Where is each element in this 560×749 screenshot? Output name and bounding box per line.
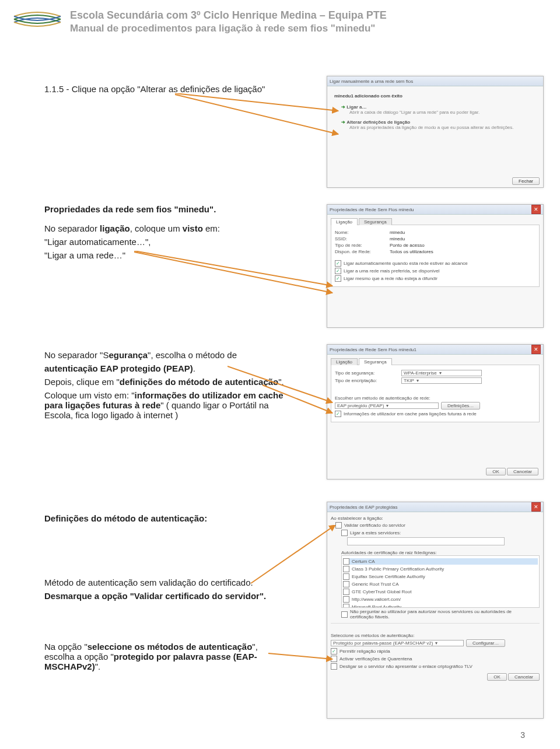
option-alterar-definicoes[interactable]: Alterar definições de ligação (346, 120, 410, 125)
section-1: 1.1.5 - Clique na opção "Alterar as defi… (44, 84, 289, 97)
ca-checkbox[interactable] (343, 604, 349, 608)
txt: , coloque um (130, 223, 183, 233)
ca-item: GTE CyberTrust Global Root (352, 589, 411, 594)
screenshot-props-ligacao: Propriedades de Rede Sem Fios minedu ✕ L… (327, 204, 544, 328)
checkbox-tlv[interactable] (331, 663, 337, 670)
ca-checkbox[interactable] (343, 573, 349, 580)
auth-method-defs-title: Definições do método de autenticação: (44, 513, 207, 523)
callout-arrow (175, 93, 350, 163)
txt: Método de autenticação sem validação do … (44, 578, 289, 587)
ca-item: Equifax Secure Certificate Authority (352, 574, 425, 579)
tab-seguranca[interactable]: Segurança (359, 358, 392, 365)
section-3: No separador "Segurança", escolha o méto… (44, 350, 295, 424)
window-title: Propriedades de Rede Sem Fios minedu1 (330, 347, 416, 352)
wizard-title: Ligar manualmente a uma rede sem fios (330, 79, 413, 84)
txt: "Ligar automaticamente…", (44, 237, 289, 247)
header-school: Escola Secundária com 3º Ciclo Henrique … (70, 9, 317, 21)
txt: ". (278, 377, 284, 387)
checkbox-quarantine[interactable] (331, 656, 337, 662)
checkbox-quarantine-label: Activar verificações de Quarentena (340, 656, 412, 662)
definicoes-button[interactable]: Definições… (441, 402, 480, 410)
close-icon[interactable]: ✕ (531, 345, 541, 354)
ca-checkbox[interactable] (343, 581, 349, 587)
checkbox-auto[interactable] (335, 260, 341, 267)
value-ssid: minedu (390, 236, 405, 242)
cancel-button[interactable]: Cancelar (508, 673, 540, 681)
page-number: 3 (520, 730, 525, 740)
option-ligar-a[interactable]: Ligar a… (346, 104, 366, 110)
ca-item: Generic Root Trust CA (352, 582, 398, 587)
txt: seleccione os métodos de autenticação (88, 642, 253, 652)
checkbox-difundir[interactable] (335, 275, 341, 282)
window-title: Propriedades de EAP protegidas (330, 505, 397, 510)
section-6: Na opção "seleccione os métodos de auten… (44, 642, 289, 675)
cancel-button[interactable]: Cancelar (507, 468, 538, 475)
checkbox-auto-label: Ligar automaticamente quando esta rede e… (344, 261, 468, 266)
tab-ligacao[interactable]: Ligação (331, 218, 358, 225)
page-header: Escola Secundária com 3º Ciclo Henrique … (12, 8, 548, 36)
ca-item: Certum CA (352, 559, 375, 564)
ca-checkbox[interactable] (343, 566, 349, 572)
checkbox-fast-reconnect[interactable] (331, 648, 337, 654)
tab-ligacao[interactable]: Ligação (331, 358, 358, 365)
dropdown-sec-type[interactable]: WPA-Enterprise (401, 370, 482, 376)
dropdown-auth-method[interactable]: EAP protegido (PEAP) (335, 402, 439, 409)
checkbox-cache-label: Informações de utilizador em cache para … (344, 411, 477, 416)
checkbox-validate-cert-label: Validar certificado do servidor (344, 523, 405, 528)
ca-item: http://www.valicert.com/ (352, 597, 401, 602)
svg-line-1 (175, 94, 338, 134)
header-subtitle: Manual de procedimentos para ligação à r… (70, 22, 387, 36)
label-ca: Autoridades de certificação de raiz fide… (341, 550, 540, 555)
txt: egurança (108, 350, 148, 360)
checkbox-connect-servers[interactable] (341, 530, 348, 536)
option-alterar-desc: Abrir as propriedades da ligação de modo… (349, 125, 540, 130)
label-ssid: SSID: (335, 236, 387, 242)
checkbox-preferida[interactable] (335, 268, 341, 274)
step-1-1-5: 1.1.5 - Clique na opção "Alterar as defi… (44, 84, 289, 94)
label-auth-method: Escolher um método de autenticação de re… (335, 396, 536, 401)
checkbox-cache[interactable] (335, 411, 341, 417)
close-icon[interactable]: ✕ (531, 205, 541, 214)
screenshot-eap-props: Propriedades de EAP protegidas ✕ Ao esta… (327, 502, 544, 719)
checkbox-difundir-label: Ligar mesmo que a rede não esteja a difu… (344, 276, 438, 281)
header-team: Equipa PTE (328, 9, 387, 21)
label-tipo: Tipo de rede: (335, 243, 387, 248)
txt: autenticação EAP protegido (PEAP) (44, 363, 193, 373)
ca-checkbox[interactable] (343, 596, 349, 603)
servers-input[interactable] (347, 537, 505, 545)
txt: Na opção " (44, 642, 88, 652)
ca-checkbox[interactable] (343, 589, 349, 595)
section-2: Propriedades da rede sem fios "minedu". … (44, 204, 289, 264)
txt: ", escolha o método de (148, 350, 237, 360)
dropdown-enc-type[interactable]: TKIP (401, 377, 482, 384)
checkbox-validate-cert[interactable] (335, 522, 342, 528)
checkbox-connect-servers-label: Ligar a estes servidores: (350, 530, 401, 536)
txt: visto (183, 223, 203, 233)
close-button[interactable]: Fechar (512, 177, 540, 185)
ok-button[interactable]: OK (487, 673, 507, 681)
window-title: Propriedades de Rede Sem Fios minedu (330, 207, 414, 212)
ca-item: Microsoft Root Authority (352, 604, 401, 608)
dropdown-auth-method[interactable]: Protegido por palavra-passe (EAP-MSCHAP … (331, 640, 464, 646)
tab-seguranca[interactable]: Segurança (359, 218, 392, 225)
txt: em: (203, 223, 220, 233)
value-tipo: Ponto de acesso (390, 243, 425, 248)
txt: ligação (100, 223, 130, 233)
section-4: Definições do método de autenticação: (44, 513, 289, 527)
txt: definições do método de autenticação (120, 377, 279, 387)
label-nome: Nome: (335, 230, 387, 235)
label-enc-type: Tipo de encriptação: (335, 378, 399, 383)
txt: "Ligar a uma rede…" (44, 250, 289, 260)
value-nome: minedu (390, 230, 405, 235)
ca-checkbox[interactable] (343, 558, 349, 565)
ca-item: Class 3 Public Primary Certification Aut… (352, 566, 444, 572)
checkbox-no-prompt[interactable] (341, 611, 348, 618)
ca-listbox[interactable]: Certum CA Class 3 Public Primary Certifi… (341, 555, 540, 608)
label-select-auth: Seleccione os métodos de autenticação: (331, 633, 540, 638)
close-icon[interactable]: ✕ (531, 502, 541, 512)
txt: No separador (44, 223, 100, 233)
ok-button[interactable]: OK (486, 468, 506, 475)
checkbox-no-prompt-label: Não perguntar ao utilizador para autoriz… (350, 609, 525, 620)
configure-button[interactable]: Configurar… (466, 639, 505, 647)
section-5: Método de autenticação sem validação do … (44, 578, 289, 604)
